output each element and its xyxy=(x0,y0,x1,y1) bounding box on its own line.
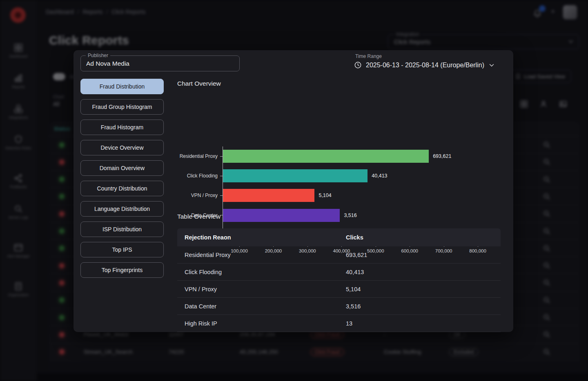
rejection-table-header: Rejection Reaon Clicks xyxy=(177,228,501,246)
time-range-label: Time Range xyxy=(355,53,495,59)
screen: DashboardReportsIntegrationsDetection Ru… xyxy=(0,0,588,381)
rejection-reason-cell: High Risk IP xyxy=(185,315,217,332)
report-type-isp-distribution[interactable]: ISP Distribution xyxy=(80,222,164,237)
report-modal: Publisher Ad Nova Media Time Range 2025-… xyxy=(74,50,513,332)
report-type-top-ips[interactable]: Top IPS xyxy=(80,242,164,257)
rejection-table: Rejection Reaon Clicks Residential Proxy… xyxy=(177,228,501,332)
rejection-reason-header: Rejection Reaon xyxy=(185,228,231,246)
chart-bar-value: 693,621 xyxy=(433,150,451,163)
chart-category-label: Click Flooding xyxy=(177,166,223,186)
chart-bar-value: 40,413 xyxy=(372,169,387,182)
rejection-table-row: Data Center3,516 xyxy=(177,298,501,315)
clicks-cell: 40,413 xyxy=(346,264,364,281)
rejection-reason-cell: Data Center xyxy=(185,298,216,315)
rejection-reason-cell: VPN / Proxy xyxy=(185,281,217,298)
rejection-table-body: Residential Proxy693,621Click Flooding40… xyxy=(177,246,501,332)
report-type-language-distribution[interactable]: Language Distribution xyxy=(80,201,164,217)
rejection-table-row: Click Flooding40,413 xyxy=(177,264,501,281)
chevron-down-icon xyxy=(488,62,495,69)
chart-category-label: VPN / Proxy xyxy=(177,186,223,205)
chart-bar xyxy=(223,169,368,182)
chart-section-title: Chart Overview xyxy=(177,80,221,87)
report-type-country-distribution[interactable]: Country Distribution xyxy=(80,181,164,196)
publisher-field-value: Ad Nova Media xyxy=(86,56,129,71)
report-type-fraud-distribution[interactable]: Fraud Distribution xyxy=(80,79,164,94)
report-type-domain-overview[interactable]: Domain Overview xyxy=(80,160,164,176)
clicks-cell: 5,104 xyxy=(346,281,361,298)
rejection-table-row: VPN / Proxy5,104 xyxy=(177,281,501,298)
clock-icon xyxy=(354,61,362,69)
report-type-fraud-histogram[interactable]: Fraud Histogram xyxy=(80,120,164,135)
chart-bar xyxy=(223,209,340,222)
publisher-field[interactable]: Publisher Ad Nova Media xyxy=(80,55,240,71)
rejection-table-row: High Risk IP13 xyxy=(177,315,501,332)
chart-bar-value: 3,516 xyxy=(344,209,356,222)
chart-bar xyxy=(223,150,429,163)
rejection-reason-cell: Click Flooding xyxy=(185,264,222,281)
time-range-picker[interactable]: Time Range 2025-06-13 - 2025-08-14 (Euro… xyxy=(354,53,495,69)
table-section-title: Table Overview xyxy=(177,213,220,220)
clicks-header: Clicks xyxy=(346,228,363,246)
clicks-cell: 3,516 xyxy=(346,298,361,315)
clicks-cell: 13 xyxy=(346,315,352,332)
chart-category-label: Residential Proxy xyxy=(177,146,223,166)
rejection-table-row: Residential Proxy693,621 xyxy=(177,246,501,264)
report-type-device-overview[interactable]: Device Overview xyxy=(80,140,164,155)
rejection-reason-cell: Residential Proxy xyxy=(185,246,231,264)
chart-bar-value: 5,104 xyxy=(318,189,331,202)
report-type-top-fingerprints[interactable]: Top Fingerprints xyxy=(80,262,164,278)
report-type-fraud-group-histogram[interactable]: Fraud Group Histogram xyxy=(80,99,164,115)
time-range-value: 2025-06-13 - 2025-08-14 (Europe/Berlin) xyxy=(366,62,484,69)
chart-bar xyxy=(223,189,314,202)
clicks-cell: 693,621 xyxy=(346,246,367,264)
